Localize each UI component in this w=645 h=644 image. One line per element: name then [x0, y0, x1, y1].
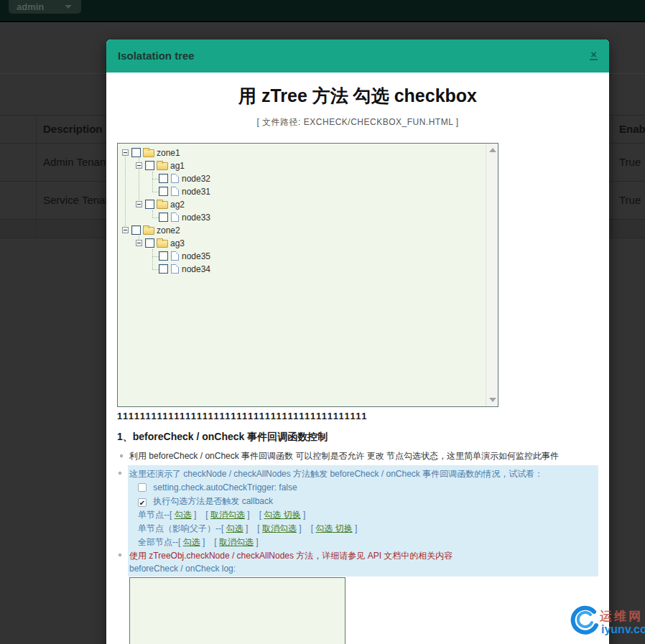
check-action-link[interactable]: 取消勾选: [262, 523, 297, 533]
user-menu-button[interactable]: admin: [9, 0, 81, 14]
folder-icon: [157, 201, 168, 209]
log-label: beforeCheck / onCheck log:: [128, 562, 598, 575]
tree-node-node33[interactable]: node33: [118, 211, 498, 224]
table-cell-enabled: True: [619, 194, 641, 206]
check-action-row: 单节点（影响父子）--[ 勾选 ][ 取消勾选 ][ 勾选 切换 ]: [128, 522, 598, 536]
tree-node-checkbox[interactable]: [159, 213, 168, 222]
folder-icon: [143, 149, 154, 157]
info-list: 利用 beforeCheck / onCheck 事件回调函数 可以控制是否允许…: [128, 450, 598, 644]
collapse-icon[interactable]: [136, 201, 142, 207]
tree-node-label[interactable]: zone1: [157, 146, 180, 159]
watermark-site-url: iyunv.com: [601, 623, 645, 636]
tree-node-label[interactable]: zone2: [157, 224, 180, 237]
tree-indent: [149, 211, 159, 224]
scroll-down-icon[interactable]: [489, 398, 496, 402]
modal-title: Isolatation tree: [118, 50, 195, 62]
auto-check-trigger-label: setting.check.autoCheckTrigger: false: [153, 482, 297, 493]
tree-node-label[interactable]: node32: [182, 172, 210, 185]
top-navbar: admin: [0, 0, 645, 22]
api-note: 使用 zTreeObj.checkNode / checkAllNodes 方法…: [128, 549, 598, 562]
screen: Description Enabled Admin Tenant True Se…: [0, 0, 645, 644]
list-item: 利用 beforeCheck / onCheck 事件回调函数 可以控制是否允许…: [128, 450, 598, 462]
watermark: 运维网 iyunv.com: [567, 605, 645, 644]
tree-node-ag2[interactable]: ag2: [118, 198, 498, 211]
tree-node-checkbox[interactable]: [145, 200, 154, 209]
tree-node-zone2[interactable]: zone2: [118, 224, 498, 237]
tree-node-checkbox[interactable]: [159, 187, 168, 196]
tree-node-label[interactable]: node34: [182, 263, 210, 276]
check-action-row: 全部节点--[ 勾选 ][ 取消勾选 ]: [128, 536, 598, 549]
tree-node-ag3[interactable]: ag3: [118, 237, 498, 250]
tree-node-label[interactable]: node31: [182, 185, 210, 198]
demo-intro: 这里还演示了 checkNode / checkAllNodes 方法触发 be…: [128, 467, 598, 481]
check-action-row: 单节点--[ 勾选 ][ 取消勾选 ][ 勾选 切换 ]: [128, 508, 598, 522]
tree-indent: [149, 250, 159, 263]
list-item-text: 利用 beforeCheck / onCheck 事件回调函数 可以控制是否允许…: [129, 451, 559, 461]
tree-node-checkbox[interactable]: [131, 148, 141, 157]
check-action-group: [ 取消勾选 ]: [205, 510, 249, 520]
tree-node-label[interactable]: ag3: [170, 237, 185, 250]
check-action-link[interactable]: 勾选: [175, 510, 192, 520]
file-icon: [171, 251, 179, 261]
table-column-divider: [36, 115, 37, 238]
tree-node-node31[interactable]: node31: [118, 185, 498, 198]
tree-node-checkbox[interactable]: [159, 251, 168, 261]
tree-node-label[interactable]: node35: [182, 250, 210, 263]
check-action-link[interactable]: 取消勾选: [219, 537, 254, 547]
check-action-link[interactable]: 勾选: [183, 537, 200, 547]
tree-node-node32[interactable]: node32: [118, 172, 498, 185]
auto-check-trigger-checkbox[interactable]: [138, 483, 147, 492]
tree-node-checkbox[interactable]: [131, 225, 141, 235]
tree-node-list: zone1ag1node32node31ag2node33zone2ag3nod…: [118, 144, 498, 276]
collapse-icon[interactable]: [122, 227, 129, 233]
user-menu-label: admin: [17, 1, 44, 12]
file-icon: [171, 174, 179, 183]
tree-node-label[interactable]: node33: [182, 211, 210, 224]
collapse-icon[interactable]: [122, 149, 129, 156]
tree-indent: [149, 185, 159, 198]
check-log-box[interactable]: [129, 577, 345, 644]
tree-node-checkbox[interactable]: [145, 161, 154, 170]
check-action-link[interactable]: 勾选: [226, 523, 243, 533]
file-path-note: [ 文件路径: EXCHECK/CHECKBOX_FUN.HTML ]: [117, 116, 598, 129]
check-action-prefix: 全部节点--: [138, 537, 178, 547]
check-action-link[interactable]: 勾选 切换: [315, 523, 352, 533]
collapse-icon[interactable]: [136, 162, 142, 169]
folder-icon: [157, 240, 168, 248]
modal-body: 用 zTree 方法 勾选 checkbox [ 文件路径: EXCHECK/C…: [106, 84, 609, 644]
tree-indent: [149, 172, 159, 185]
section-heading: 1、beforeCheck / onCheck 事件回调函数控制: [117, 431, 598, 444]
watermark-site-name: 运维网: [600, 608, 643, 625]
bullet-icon: [119, 554, 121, 556]
check-action-prefix: 单节点--: [138, 510, 170, 520]
tree-node-checkbox[interactable]: [145, 238, 154, 248]
check-action-group: [ 勾选 ]: [170, 510, 196, 520]
check-action-group: [ 取消勾选 ]: [214, 537, 258, 547]
tree-node-zone1[interactable]: zone1: [118, 146, 498, 159]
tree-node-node35[interactable]: node35: [118, 250, 498, 263]
check-action-link[interactable]: 勾选 切换: [264, 510, 300, 520]
check-action-link[interactable]: 取消勾选: [210, 510, 245, 520]
check-action-group: [ 勾选 ]: [178, 537, 205, 547]
trigger-callback-checkbox[interactable]: ✔: [138, 498, 147, 507]
log-ones-line: 1111111111111111111111111111111111111111…: [117, 411, 598, 421]
check-action-group: [ 勾选 切换 ]: [259, 510, 306, 520]
file-icon: [171, 213, 179, 222]
folder-icon: [143, 227, 154, 235]
check-action-links: 单节点--[ 勾选 ][ 取消勾选 ][ 勾选 切换 ]单节点（影响父子）--[…: [128, 508, 598, 549]
auto-check-trigger-row: setting.check.autoCheckTrigger: false: [128, 481, 598, 495]
close-icon[interactable]: ×: [590, 50, 598, 60]
demo-intro-text: 这里还演示了 checkNode / checkAllNodes 方法触发 be…: [129, 469, 543, 479]
tree-node-label[interactable]: ag2: [170, 198, 185, 211]
check-action-group: [ 取消勾选 ]: [257, 523, 301, 533]
tree-node-label[interactable]: ag1: [170, 159, 185, 172]
tree-node-checkbox[interactable]: [159, 174, 168, 183]
collapse-icon[interactable]: [136, 240, 142, 246]
tree-node-ag1[interactable]: ag1: [118, 159, 498, 172]
table-cell-description: Service Tenant: [43, 194, 114, 206]
table-column-divider: [612, 115, 613, 238]
tree-node-checkbox[interactable]: [159, 264, 168, 274]
tree-node-node34[interactable]: node34: [118, 263, 498, 276]
table-cell-description: Admin Tenant: [43, 156, 108, 168]
modal-header: Isolatation tree ×: [106, 39, 609, 73]
